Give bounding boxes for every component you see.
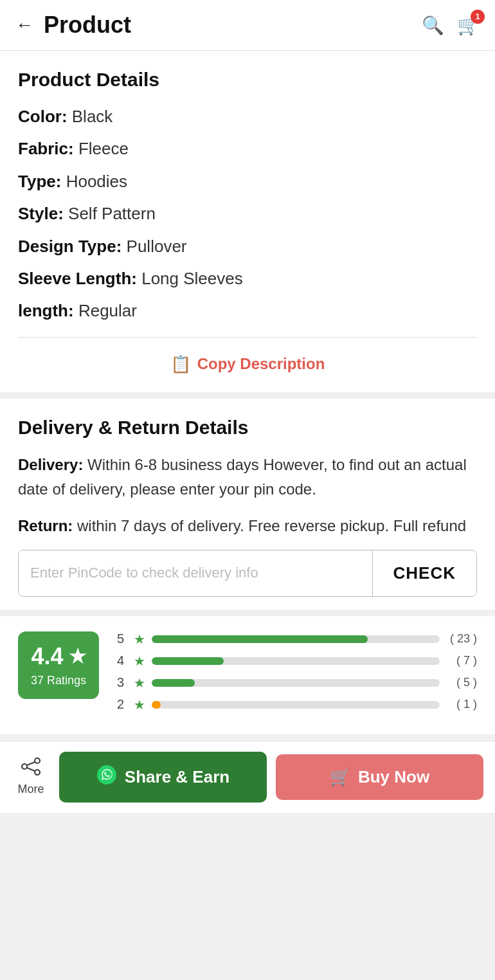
style-label: Style: [18,204,64,223]
bar-star-4: ★ [134,653,145,669]
fabric-value: Fleece [78,139,129,158]
return-label: Return: [18,517,73,534]
svg-line-4 [27,768,35,771]
more-button[interactable]: More [12,758,50,796]
bar-track-5 [152,635,440,643]
buy-now-label: Buy Now [358,767,429,787]
rating-score: 4.4 ★ [32,643,86,670]
bar-star-3: ★ [134,675,145,691]
more-label: More [17,783,44,796]
bar-count-5: ( 23 ) [446,632,477,646]
bar-row-3: 3 ★ ( 5 ) [117,675,477,691]
rating-number: 4.4 [32,643,64,670]
delivery-section-title: Delivery & Return Details [18,417,477,439]
bar-fill-2 [152,701,160,709]
type-detail: Type: Hoodies [18,170,477,193]
cart-badge: 1 [471,10,485,24]
back-button[interactable]: ← [15,15,33,35]
sleeve-length-label: Sleeve Length: [18,269,137,288]
ratings-section: 4.4 ★ 37 Ratings 5 ★ ( 23 ) 4 ★ [0,616,495,734]
divider [18,337,477,338]
bar-count-2: ( 1 ) [446,698,477,711]
design-type-detail: Design Type: Pullover [18,235,477,258]
length-label: length: [18,301,74,320]
type-value: Hoodies [66,172,127,191]
design-type-label: Design Type: [18,237,122,256]
bar-track-4 [152,657,440,665]
bar-count-3: ( 5 ) [446,676,477,689]
bar-num-3: 3 [117,675,127,690]
check-button[interactable]: CHECK [372,550,476,596]
svg-point-1 [22,764,27,769]
rating-star-icon: ★ [69,645,86,667]
copy-description-button[interactable]: 📋 Copy Description [18,349,477,379]
bar-track-3 [152,679,440,687]
style-value: Self Pattern [68,204,156,223]
return-info: Return: within 7 days of delivery. Free … [18,514,477,538]
product-details-title: Product Details [18,69,477,91]
cart-icon[interactable]: 🛒 1 [457,15,480,36]
svg-line-3 [27,762,35,765]
bar-row-5: 5 ★ ( 23 ) [117,631,477,647]
header: ← Product 🔍 🛒 1 [0,0,495,51]
bar-num-5: 5 [117,631,127,646]
bottom-bar: More Share & Earn 🛒 Buy Now [0,741,495,813]
more-icon [21,758,41,780]
fabric-detail: Fabric: Fleece [18,137,477,160]
color-value: Black [72,107,113,126]
rating-score-box: 4.4 ★ 37 Ratings [18,631,99,699]
search-icon[interactable]: 🔍 [422,15,444,36]
design-type-value: Pullover [127,237,187,256]
bar-num-4: 4 [117,653,127,668]
delivery-info: Delivery: Within 6-8 business days Howev… [18,453,477,502]
bar-star-5: ★ [134,631,145,647]
bar-star-2: ★ [134,697,145,712]
length-value: Regular [78,301,137,320]
buy-now-button[interactable]: 🛒 Buy Now [276,754,483,800]
return-text: within 7 days of delivery. Free reverse … [77,517,466,534]
rating-bars: 5 ★ ( 23 ) 4 ★ ( 7 ) 3 ★ [117,631,477,719]
style-detail: Style: Self Pattern [18,202,477,225]
delivery-text: Within 6-8 business days However, to fin… [18,456,467,498]
bar-num-2: 2 [117,697,127,712]
copy-icon: 📋 [170,354,191,374]
type-label: Type: [18,172,61,191]
bar-row-4: 4 ★ ( 7 ) [117,653,477,669]
share-earn-button[interactable]: Share & Earn [59,752,267,803]
bar-count-4: ( 7 ) [446,654,477,667]
bar-fill-4 [152,657,224,665]
rating-total: 37 Ratings [31,674,86,687]
ratings-container: 4.4 ★ 37 Ratings 5 ★ ( 23 ) 4 ★ [18,631,477,719]
header-icons: 🔍 🛒 1 [422,15,480,36]
sleeve-length-value: Long Sleeves [141,269,243,288]
color-detail: Color: Black [18,105,477,128]
pincode-input[interactable] [19,550,372,596]
share-earn-label: Share & Earn [125,767,230,787]
color-label: Color: [18,107,68,126]
buy-now-cart-icon: 🛒 [330,767,350,787]
sleeve-length-detail: Sleeve Length: Long Sleeves [18,267,477,290]
whatsapp-icon [96,765,117,790]
svg-point-2 [35,770,40,775]
bar-row-2: 2 ★ ( 1 ) [117,697,477,712]
bar-track-2 [152,701,440,709]
delivery-section: Delivery & Return Details Delivery: With… [0,399,495,610]
svg-point-0 [35,758,40,763]
bar-fill-3 [152,679,195,687]
pincode-row: CHECK [18,550,477,597]
fabric-label: Fabric: [18,139,74,158]
bar-fill-5 [152,635,368,643]
page-title: Product [44,12,422,39]
product-details-section: Product Details Color: Black Fabric: Fle… [0,51,495,392]
length-detail: length: Regular [18,299,477,322]
delivery-label: Delivery: [18,456,83,473]
copy-description-label: Copy Description [197,355,325,373]
